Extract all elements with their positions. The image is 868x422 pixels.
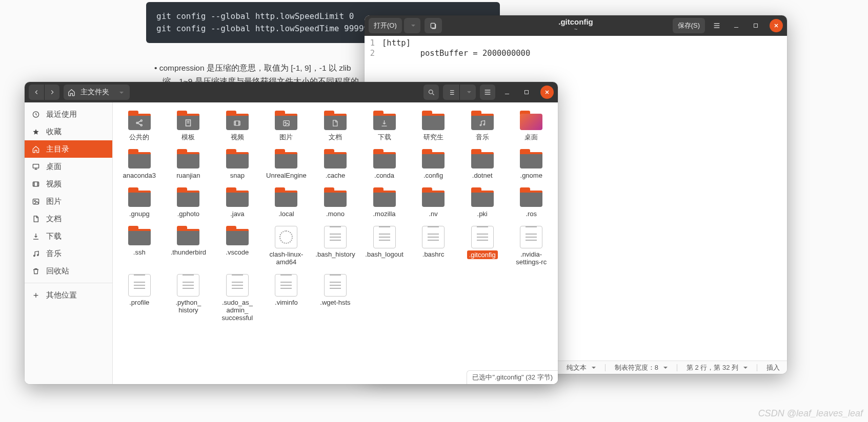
file-item[interactable]: 下载 — [360, 109, 409, 145]
file-item[interactable]: .gitconfig — [458, 224, 507, 270]
fm-status-text: 已选中".gitconfig" (32 字节) — [472, 373, 553, 381]
sidebar-item-downloads[interactable]: 下载 — [25, 227, 112, 245]
text-file-icon — [373, 226, 396, 248]
list-view-button[interactable] — [443, 85, 459, 100]
open-button[interactable]: 打开(O) — [369, 18, 402, 33]
fm-grid-area[interactable]: 公共的模板视频图片文档下载研究生音乐桌面anaconda3ruanjiansna… — [113, 102, 558, 384]
file-item-label: .dotnet — [472, 172, 493, 179]
file-item[interactable]: .pki — [458, 185, 507, 222]
file-item[interactable]: .profile — [115, 272, 164, 326]
tab-width-selector[interactable]: 制表符宽度：8 — [615, 363, 668, 372]
file-item[interactable]: .viminfo — [262, 272, 311, 326]
file-item[interactable]: 音乐 — [458, 109, 507, 145]
file-manager-window: 主文件夹 最近使用收藏主目录桌面视频图片文档下载音乐回收站其他位置 — [25, 82, 558, 384]
file-item[interactable]: ruanjian — [164, 147, 213, 183]
syntax-selector[interactable]: 纯文本 — [567, 363, 596, 372]
cursor-position[interactable]: 第 2 行，第 32 列 — [687, 363, 748, 372]
file-item[interactable]: 桌面 — [507, 109, 556, 145]
file-item[interactable]: .sudo_​as_​admin_​successful — [213, 272, 262, 326]
file-item[interactable]: .python_​history — [164, 272, 213, 326]
file-item[interactable]: .config — [409, 147, 458, 183]
file-item[interactable]: .nv — [409, 185, 458, 222]
watermark-text: CSDN @leaf_leaves_leaf — [758, 408, 863, 418]
svg-rect-5 — [33, 164, 38, 168]
file-item-label: 下载 — [378, 133, 391, 141]
file-item[interactable]: snap — [213, 147, 262, 183]
cursor-position-label: 第 2 行，第 32 列 — [687, 363, 738, 372]
sidebar-item-recent[interactable]: 最近使用 — [25, 106, 112, 123]
file-item[interactable]: 公共的 — [115, 109, 164, 145]
file-item[interactable]: .wget-hsts — [311, 272, 360, 326]
file-item[interactable]: .cache — [311, 147, 360, 183]
minimize-button[interactable] — [729, 18, 744, 33]
new-tab-button[interactable] — [425, 18, 442, 33]
close-button[interactable] — [540, 86, 554, 99]
file-item[interactable]: .gphoto — [164, 185, 213, 222]
file-item[interactable]: .ssh — [115, 224, 164, 270]
file-item[interactable]: anaconda3 — [115, 147, 164, 183]
file-item[interactable]: .gnome — [507, 147, 556, 183]
file-item[interactable]: .ros — [507, 185, 556, 222]
maximize-button[interactable] — [519, 85, 534, 100]
hamburger-menu-button[interactable] — [709, 18, 724, 33]
insert-mode[interactable]: 插入 — [766, 363, 780, 372]
file-item[interactable]: UnrealEngine — [262, 147, 311, 183]
file-item-label: 音乐 — [476, 133, 489, 141]
editor-title-text: .gitconfig — [558, 18, 593, 26]
file-item[interactable]: .bashrc — [409, 224, 458, 270]
sidebar-item-label: 主目录 — [46, 144, 69, 154]
view-options-button[interactable] — [459, 85, 476, 100]
folder-icon — [421, 111, 446, 131]
file-item[interactable]: 文档 — [311, 109, 360, 145]
file-item[interactable]: 模板 — [164, 109, 213, 145]
file-item-label: .conda — [374, 172, 394, 179]
file-item[interactable]: .bash_​logout — [360, 224, 409, 270]
file-item[interactable]: .mono — [311, 185, 360, 222]
sidebar-item-pictures[interactable]: 图片 — [25, 193, 112, 210]
sidebar-item-label: 视频 — [46, 179, 62, 189]
text-file-icon — [177, 274, 199, 297]
minimize-button[interactable] — [499, 85, 515, 100]
file-item[interactable]: 图片 — [262, 109, 311, 145]
file-item-label: 图片 — [279, 133, 293, 141]
file-item[interactable]: .thunderbird — [164, 224, 213, 270]
close-button[interactable] — [770, 19, 783, 32]
file-item[interactable]: .dotnet — [458, 147, 507, 183]
file-item-label: .viminfo — [275, 299, 298, 306]
file-item[interactable]: .java — [213, 185, 262, 222]
maximize-button[interactable] — [748, 18, 763, 33]
path-breadcrumb[interactable]: 主文件夹 — [64, 85, 130, 100]
file-item[interactable]: 研究生 — [409, 109, 458, 145]
file-item[interactable]: .nvidia-settings-rc — [507, 224, 556, 270]
file-item[interactable]: .bash_​history — [311, 224, 360, 270]
save-button[interactable]: 保存(S) — [673, 18, 705, 33]
sidebar-item-desktop[interactable]: 桌面 — [25, 158, 112, 175]
sidebar-item-other-locations[interactable]: 其他位置 — [25, 286, 112, 304]
file-item[interactable]: 视频 — [213, 109, 262, 145]
file-item[interactable]: .conda — [360, 147, 409, 183]
file-item[interactable]: .vscode — [213, 224, 262, 270]
hamburger-menu-button[interactable] — [480, 85, 495, 100]
nav-back-button[interactable] — [29, 85, 44, 100]
file-item[interactable]: .mozilla — [360, 185, 409, 222]
folder-icon — [176, 149, 200, 170]
sidebar-item-music[interactable]: 音乐 — [25, 245, 112, 262]
file-item[interactable]: clash-linux-amd64 — [262, 224, 311, 270]
sidebar-item-documents[interactable]: 文档 — [25, 210, 112, 227]
folder-icon — [323, 111, 348, 131]
sidebar-item-starred[interactable]: 收藏 — [25, 123, 112, 140]
folder-icon — [127, 149, 152, 170]
open-dropdown-button[interactable] — [404, 18, 420, 33]
folder-icon — [372, 187, 397, 208]
file-item[interactable]: .gnupg — [115, 185, 164, 222]
file-item[interactable]: .local — [262, 185, 311, 222]
file-item-label: .local — [278, 210, 294, 218]
svg-point-8 — [34, 200, 36, 202]
search-button[interactable] — [423, 85, 439, 100]
folder-icon — [176, 111, 200, 131]
sidebar-item-trash[interactable]: 回收站 — [25, 262, 112, 280]
nav-forward-button[interactable] — [44, 85, 59, 100]
svg-rect-7 — [33, 199, 38, 204]
sidebar-item-videos[interactable]: 视频 — [25, 175, 112, 193]
sidebar-item-home[interactable]: 主目录 — [25, 140, 112, 158]
